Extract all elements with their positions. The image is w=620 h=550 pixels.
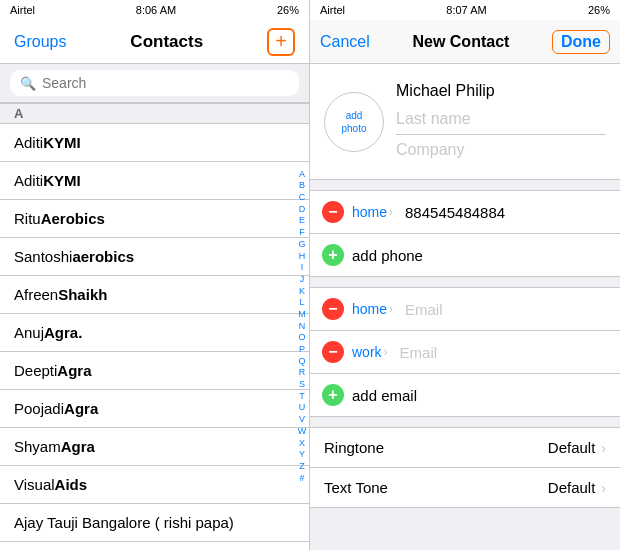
alpha-u[interactable]: U xyxy=(299,402,306,414)
left-status-bar: Airtel 8:06 AM 26% xyxy=(0,0,309,20)
right-nav: Cancel New Contact Done xyxy=(310,20,620,64)
add-phone-row[interactable]: add phone xyxy=(310,234,620,276)
text-tone-label: Text Tone xyxy=(324,479,388,496)
list-item[interactable]: Visual Aids xyxy=(0,466,309,504)
new-contact-body: addphoto Michael Philip home › 884545484… xyxy=(310,64,620,550)
email-section: home › Email work › Email add email xyxy=(310,287,620,417)
alpha-b[interactable]: B xyxy=(299,180,305,192)
add-phone-button[interactable] xyxy=(322,244,344,266)
alpha-m[interactable]: M xyxy=(298,309,306,321)
alpha-z[interactable]: Z xyxy=(299,461,305,473)
left-nav: Groups Contacts + xyxy=(0,20,309,64)
name-fields: Michael Philip xyxy=(396,78,606,165)
alpha-q[interactable]: Q xyxy=(298,356,305,368)
alpha-r[interactable]: R xyxy=(299,367,306,379)
list-item[interactable]: Ritu Aerobics xyxy=(0,200,309,238)
ringtone-row[interactable]: Ringtone Default › xyxy=(310,428,620,468)
alpha-h[interactable]: H xyxy=(299,251,306,263)
alpha-o[interactable]: O xyxy=(298,332,305,344)
phone-row-home: home › 884545484884 xyxy=(310,191,620,234)
email-row-home: home › Email xyxy=(310,288,620,331)
company-field[interactable] xyxy=(396,135,606,165)
ringtone-value: Default xyxy=(548,439,596,456)
last-name-field[interactable] xyxy=(396,104,606,135)
alpha-y[interactable]: Y xyxy=(299,449,305,461)
alpha-a[interactable]: A xyxy=(299,169,305,181)
alpha-x[interactable]: X xyxy=(299,438,305,450)
remove-work-email-button[interactable] xyxy=(322,341,344,363)
add-email-button[interactable] xyxy=(322,384,344,406)
search-icon: 🔍 xyxy=(20,76,36,91)
list-item[interactable]: Deepti Agra xyxy=(0,352,309,390)
left-panel: Airtel 8:06 AM 26% Groups Contacts + 🔍 A… xyxy=(0,0,310,550)
alpha-e[interactable]: E xyxy=(299,215,305,227)
add-phone-label[interactable]: add phone xyxy=(352,247,423,264)
phone-section: home › 884545484884 add phone xyxy=(310,190,620,277)
search-bar: 🔍 xyxy=(0,64,309,103)
right-carrier: Airtel xyxy=(320,4,345,16)
new-contact-title: New Contact xyxy=(412,33,509,51)
ringtone-label: Ringtone xyxy=(324,439,384,456)
left-battery: 26% xyxy=(277,4,299,16)
right-time: 8:07 AM xyxy=(446,4,486,16)
home-email-type-label[interactable]: home › xyxy=(352,301,393,317)
search-container: 🔍 xyxy=(10,70,299,96)
alpha-c[interactable]: C xyxy=(299,192,306,204)
add-photo-button[interactable]: addphoto xyxy=(324,92,384,152)
contacts-title: Contacts xyxy=(130,32,203,52)
right-panel: Airtel 8:07 AM 26% Cancel New Contact Do… xyxy=(310,0,620,550)
alpha-g[interactable]: G xyxy=(298,239,305,251)
alpha-j[interactable]: J xyxy=(300,274,305,286)
work-email-placeholder[interactable]: Email xyxy=(400,344,438,361)
add-email-row[interactable]: add email xyxy=(310,374,620,416)
home-email-placeholder[interactable]: Email xyxy=(405,301,443,318)
photo-name-section: addphoto Michael Philip xyxy=(310,64,620,180)
remove-home-email-button[interactable] xyxy=(322,298,344,320)
list-item[interactable]: Anuj Agra. xyxy=(0,314,309,352)
alpha-k[interactable]: K xyxy=(299,286,305,298)
list-item[interactable]: Afreen Shaikh xyxy=(0,276,309,314)
text-tone-row[interactable]: Text Tone Default › xyxy=(310,468,620,507)
alpha-n[interactable]: N xyxy=(299,321,306,333)
ringtone-value-wrap: Default › xyxy=(548,439,606,456)
email-row-work: work › Email xyxy=(310,331,620,374)
contacts-list: A Aditi KYMI Aditi KYMI Ritu Aerobics Sa… xyxy=(0,103,309,550)
list-item[interactable]: Akarsh Nagpal xyxy=(0,542,309,550)
list-item[interactable]: Poojadi Agra xyxy=(0,390,309,428)
alpha-hash[interactable]: # xyxy=(299,473,304,485)
alpha-d[interactable]: D xyxy=(299,204,306,216)
alpha-w[interactable]: W xyxy=(298,426,307,438)
first-name-value[interactable]: Michael Philip xyxy=(396,78,606,104)
left-carrier: Airtel xyxy=(10,4,35,16)
list-item[interactable]: Shyam Agra xyxy=(0,428,309,466)
alpha-index[interactable]: A B C D E F G H I J K L M N O P Q R S T … xyxy=(295,103,309,550)
done-button[interactable]: Done xyxy=(552,30,610,54)
list-item[interactable]: Ajay Tauji Bangalore ( rishi papa) xyxy=(0,504,309,542)
cancel-button[interactable]: Cancel xyxy=(320,33,370,51)
ringtone-chevron-icon: › xyxy=(601,440,606,456)
add-contact-button[interactable]: + xyxy=(267,28,295,56)
alpha-p[interactable]: P xyxy=(299,344,305,356)
phone-value[interactable]: 884545484884 xyxy=(405,204,505,221)
text-tone-chevron-icon: › xyxy=(601,480,606,496)
list-item[interactable]: Aditi KYMI xyxy=(0,162,309,200)
alpha-s[interactable]: S xyxy=(299,379,305,391)
alpha-f[interactable]: F xyxy=(299,227,305,239)
list-item[interactable]: Santoshi aerobics xyxy=(0,238,309,276)
phone-type-label[interactable]: home › xyxy=(352,204,393,220)
alpha-i[interactable]: I xyxy=(301,262,304,274)
alpha-l[interactable]: L xyxy=(299,297,304,309)
section-header-a: A xyxy=(0,103,309,124)
right-battery: 26% xyxy=(588,4,610,16)
alpha-t[interactable]: T xyxy=(299,391,305,403)
settings-section: Ringtone Default › Text Tone Default › xyxy=(310,427,620,508)
alpha-v[interactable]: V xyxy=(299,414,305,426)
search-input[interactable] xyxy=(42,75,289,91)
remove-phone-button[interactable] xyxy=(322,201,344,223)
right-status-bar: Airtel 8:07 AM 26% xyxy=(310,0,620,20)
groups-button[interactable]: Groups xyxy=(14,33,66,51)
work-email-type-label[interactable]: work › xyxy=(352,344,388,360)
add-email-label[interactable]: add email xyxy=(352,387,417,404)
list-item[interactable]: Aditi KYMI xyxy=(0,124,309,162)
text-tone-value-wrap: Default › xyxy=(548,479,606,496)
